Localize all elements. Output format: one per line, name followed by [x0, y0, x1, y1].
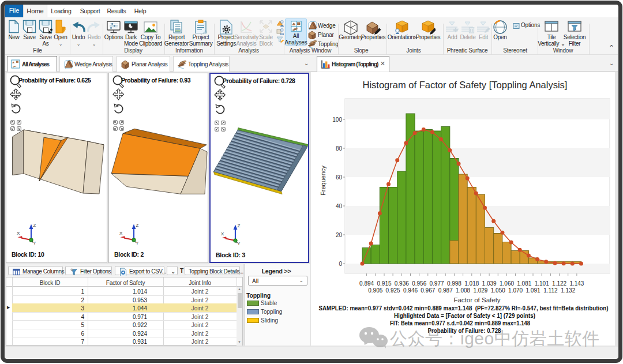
svg-text:X: X	[221, 231, 224, 237]
svg-text:0.967: 0.967	[421, 287, 435, 294]
svg-text:Highlighted Data = [Factor of: Highlighted Data = [Factor of Safety < 1…	[394, 312, 535, 319]
svg-text:60: 60	[336, 174, 343, 181]
svg-text:X: X	[119, 231, 123, 236]
svg-text:1.112: 1.112	[543, 287, 558, 294]
svg-text:Y: Y	[238, 242, 241, 246]
svg-text:0.915: 0.915	[377, 280, 391, 287]
svg-text:1.122: 1.122	[552, 280, 566, 287]
svg-text:0.987: 0.987	[438, 287, 453, 294]
svg-text:Histogram of Factor of Safety: Histogram of Factor of Safety [Toppling …	[363, 80, 568, 90]
svg-text:Z: Z	[136, 223, 139, 228]
svg-text:1.039: 1.039	[482, 280, 497, 287]
svg-text:1.143: 1.143	[569, 280, 584, 287]
svg-text:Y: Y	[136, 241, 139, 245]
svg-text:0.977: 0.977	[429, 280, 444, 287]
svg-text:1.060: 1.060	[500, 280, 514, 287]
svg-text:1.132: 1.132	[561, 287, 575, 294]
svg-text:0.956: 0.956	[412, 280, 426, 287]
svg-text:0.946: 0.946	[403, 287, 418, 294]
svg-text:20: 20	[336, 232, 343, 238]
svg-text:1.029: 1.029	[473, 287, 487, 294]
svg-text:0.925: 0.925	[386, 287, 400, 294]
svg-text:0.998: 0.998	[447, 280, 461, 287]
svg-text:100: 100	[332, 117, 342, 123]
svg-text:1.070: 1.070	[508, 287, 523, 294]
svg-text:1.008: 1.008	[456, 287, 470, 294]
svg-text:Frequency: Frequency	[320, 166, 326, 196]
svg-text:SAMPLED: mean=0.977 stdv=0.042: SAMPLED: mean=0.977 stdv=0.042 min=0.889…	[319, 305, 609, 312]
svg-text:0.905: 0.905	[368, 287, 382, 294]
svg-text:0.936: 0.936	[395, 280, 409, 287]
svg-text:X: X	[17, 231, 20, 236]
svg-text:Factor of Safety: Factor of Safety	[453, 297, 500, 303]
svg-text:1.081: 1.081	[517, 280, 531, 287]
svg-text:Z: Z	[33, 223, 36, 228]
svg-text:1.018: 1.018	[464, 280, 479, 287]
svg-text:1.091: 1.091	[526, 287, 540, 294]
svg-text:80: 80	[336, 145, 343, 152]
svg-text:Y: Y	[33, 241, 36, 245]
svg-text:Z: Z	[238, 223, 241, 228]
svg-text:1.101: 1.101	[535, 280, 549, 287]
svg-text:FIT: Beta mean=0.977 s.d.=0.04: FIT: Beta mean=0.977 s.d.=0.042 min=0.88…	[390, 320, 530, 327]
svg-text:1.050: 1.050	[491, 287, 505, 294]
svg-text:0: 0	[339, 261, 342, 267]
svg-text:0.894: 0.894	[359, 280, 374, 287]
svg-text:40: 40	[336, 203, 343, 209]
